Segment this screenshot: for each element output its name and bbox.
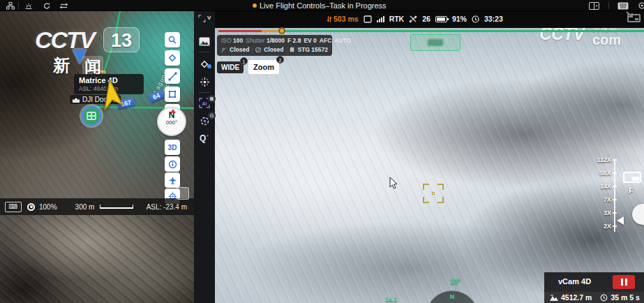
rail-divider xyxy=(199,52,210,52)
cctv-subtitle-1: 新 xyxy=(53,54,70,77)
iso-value: 100 xyxy=(233,37,243,44)
camera-crosshair-reticle xyxy=(423,184,444,203)
target-highlight-box xyxy=(410,34,460,51)
waypoint-status-dot xyxy=(207,64,211,68)
clock-icon xyxy=(472,15,479,23)
target-lock-icon[interactable]: G xyxy=(194,114,215,127)
map-polyline-button[interactable] xyxy=(165,68,180,84)
map-footer-bar: ⌨ 100% 300 m ASL: -23.4 m xyxy=(0,198,194,215)
media-library-icon[interactable] xyxy=(194,35,215,47)
cctv-channel-badge: 13 xyxy=(103,27,140,52)
focus-mode: AFC xyxy=(320,37,331,44)
map-3d-toggle-button[interactable]: 3D xyxy=(165,140,180,155)
attitude-compass-north: N xyxy=(426,293,478,300)
map-waypoint-button[interactable] xyxy=(165,50,180,66)
vcam-altitude: 4512.7 m xyxy=(561,293,592,302)
zoom-current-marker[interactable] xyxy=(617,216,624,225)
wide-lens-badge: 1 xyxy=(240,57,248,65)
heading-tick xyxy=(455,286,456,290)
mouse-cursor xyxy=(389,177,398,192)
storage-card-icon xyxy=(290,46,294,53)
shade-right-state: Closed xyxy=(264,46,283,53)
sync-icon[interactable] xyxy=(43,1,51,10)
drone-position-arrow[interactable] xyxy=(99,78,124,113)
zoom-magnifier-icon[interactable]: Q+ xyxy=(194,133,215,143)
zoom-ruler-line xyxy=(614,161,615,232)
record-indicator-icon[interactable] xyxy=(27,203,35,211)
cctv-watermark-logo: CCTV 13 新 闻 xyxy=(35,27,94,54)
gear-icon[interactable] xyxy=(638,1,644,10)
zoom-level-label: 112X xyxy=(585,156,611,163)
vcam-duration: 35 m 5 s xyxy=(611,293,639,302)
zoom-lens-button[interactable]: Zoom xyxy=(248,60,279,74)
viewport-expand-icon[interactable]: V xyxy=(194,15,215,22)
storage-remaining: STG 15572 xyxy=(298,46,328,53)
zoom-level-label: 2X xyxy=(585,223,611,230)
split-window-icon[interactable] xyxy=(589,1,599,10)
shade-left-state: Closed xyxy=(230,46,249,53)
shutter-value: 1/8000 xyxy=(267,37,285,44)
wide-lens-button[interactable]: WIDE xyxy=(217,61,244,73)
keyboard-icon[interactable] xyxy=(617,1,629,10)
transfer-icon[interactable] xyxy=(59,1,68,10)
map-compass[interactable]: N 000° xyxy=(157,107,186,136)
mission-progress-red xyxy=(218,30,262,32)
svg-text:AI: AI xyxy=(202,101,207,106)
pause-button[interactable] xyxy=(613,275,635,289)
cctv-brand-text: CCTV xyxy=(35,27,94,53)
map-info-button[interactable] xyxy=(165,156,180,172)
toolbar-divider xyxy=(18,2,19,9)
exposure-mode: AUTO xyxy=(334,37,351,44)
window-title-bar: Live Flight Controls–Task in Progress xyxy=(0,0,644,11)
mission-clock: 33:23 xyxy=(484,15,503,23)
mission-progress-green xyxy=(282,30,644,32)
zoom-level-label: 56X xyxy=(585,170,611,177)
zoom-level-label: 3X xyxy=(585,209,611,216)
zoom-level-label: 7X xyxy=(585,196,611,203)
battery-percent: 91% xyxy=(452,15,467,23)
right-edge-control-button[interactable] xyxy=(632,204,644,225)
rtk-label: RTK xyxy=(389,15,405,23)
precision-spray-icon[interactable] xyxy=(194,75,215,88)
ev-value: EV 0 xyxy=(304,37,316,44)
waypoint-mode-icon[interactable] xyxy=(194,57,215,70)
map-aircraft-center-button[interactable] xyxy=(165,172,180,188)
rail-divider xyxy=(199,92,210,93)
latency-readout: 503 ms xyxy=(327,15,359,23)
shortcut-badge-g: G xyxy=(208,112,216,119)
minimap-toggle-icon[interactable] xyxy=(623,172,641,183)
compass-heading-value: 000° xyxy=(158,119,185,126)
vcam-panel: vCam 4D 4512.7 m 35 m 5 s xyxy=(544,272,644,303)
alarm-icon[interactable] xyxy=(24,1,33,10)
primary-video-feed[interactable]: 503 ms RTK 26 91% 33:23 CCTV 央视网 com xyxy=(215,11,644,303)
altitude-icon xyxy=(550,295,558,301)
shortcut-badge-b: B xyxy=(208,95,216,103)
sitemap-icon[interactable] xyxy=(6,1,15,10)
picture-in-picture-resize-icon[interactable] xyxy=(625,10,642,25)
magnifier-q: Q xyxy=(200,133,206,143)
window-title: Live Flight Controls–Task in Progress xyxy=(260,1,387,10)
keyboard-shortcut-icon[interactable]: ⌨ xyxy=(5,202,22,212)
ai-detect-icon[interactable]: AI B xyxy=(194,98,215,108)
shade-closed-icon xyxy=(221,47,227,53)
camera-settings-panel[interactable]: ISO 100 Shutter 1/8000 F 2.8 EV 0 AFC AU… xyxy=(217,35,332,56)
task-status-dot xyxy=(253,3,257,8)
zoom-lens-badge: 2 xyxy=(276,56,284,64)
view-label: V xyxy=(207,15,211,21)
satellite-count: 26 xyxy=(422,15,430,23)
signal-strength-icon xyxy=(377,16,384,22)
secondary-video-feed[interactable] xyxy=(0,215,194,303)
map-panel[interactable]: Laguna Palca CCTV 13 新 闻 Matrice 4D ASL:… xyxy=(0,11,194,215)
iso-label: ISO xyxy=(221,37,232,44)
map-polygon-button[interactable] xyxy=(165,87,180,102)
map-search-button[interactable] xyxy=(165,32,180,47)
mission-progress-marker[interactable] xyxy=(278,27,285,34)
left-tool-rail: V AI B G Q+ xyxy=(194,11,215,303)
map-fullscreen-button[interactable] xyxy=(177,187,189,200)
watermark-com-text: com xyxy=(592,33,621,47)
dock-icon xyxy=(73,97,80,103)
map-asl-value: ASL: -23.4 m xyxy=(147,203,187,211)
satellite-icon xyxy=(409,15,417,23)
compass-north-tick xyxy=(170,109,176,113)
remote-controller-icon xyxy=(364,15,372,23)
